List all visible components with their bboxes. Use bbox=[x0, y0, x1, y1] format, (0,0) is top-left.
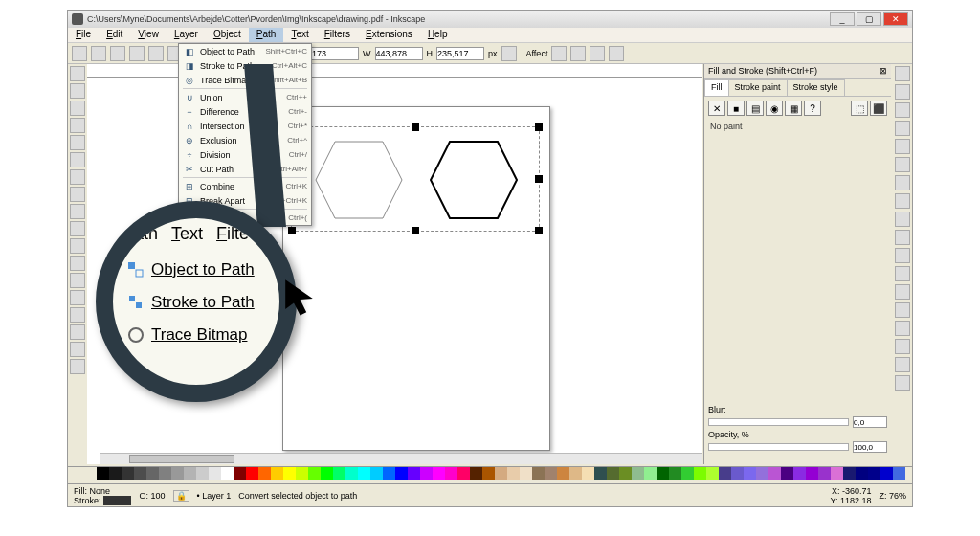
affect-button[interactable] bbox=[590, 46, 605, 61]
toolbar-button[interactable] bbox=[91, 46, 106, 61]
zoom-item-trace-bitmap[interactable]: Trace Bitmap bbox=[126, 325, 247, 345]
color-swatch[interactable] bbox=[569, 467, 582, 480]
color-swatch[interactable] bbox=[345, 467, 358, 480]
color-swatch[interactable] bbox=[159, 467, 171, 480]
cmd-icon[interactable] bbox=[895, 302, 910, 318]
tool-dropper-icon[interactable] bbox=[70, 342, 85, 357]
color-swatch[interactable] bbox=[146, 467, 159, 480]
opacity-slider[interactable] bbox=[708, 443, 849, 451]
w-input[interactable] bbox=[375, 47, 423, 60]
color-swatch[interactable] bbox=[557, 467, 569, 480]
color-swatch[interactable] bbox=[520, 467, 532, 480]
tool-star-icon[interactable] bbox=[70, 169, 85, 185]
color-swatch[interactable] bbox=[880, 467, 893, 480]
menu-file[interactable]: File bbox=[68, 28, 99, 42]
cmd-icon[interactable] bbox=[895, 212, 910, 227]
cmd-icon[interactable] bbox=[895, 339, 910, 354]
color-swatch[interactable] bbox=[221, 467, 234, 480]
hexagon-shape[interactable] bbox=[311, 137, 407, 223]
tab-stroke-style[interactable]: Stroke style bbox=[787, 79, 845, 96]
tool-text-icon[interactable] bbox=[70, 256, 85, 271]
color-swatch[interactable] bbox=[532, 467, 545, 480]
color-swatch[interactable] bbox=[258, 467, 271, 480]
handle-tm[interactable] bbox=[412, 123, 419, 131]
selection-box[interactable] bbox=[291, 126, 540, 232]
color-swatch[interactable] bbox=[694, 467, 706, 480]
status-fill-value[interactable]: None bbox=[90, 486, 111, 496]
color-swatch[interactable] bbox=[395, 467, 408, 480]
handle-br[interactable] bbox=[535, 227, 543, 234]
color-swatch[interactable] bbox=[719, 467, 731, 480]
paint-type-button[interactable]: ✕ bbox=[708, 100, 725, 116]
tool-gradient-icon[interactable] bbox=[70, 324, 85, 340]
color-swatch[interactable] bbox=[607, 467, 619, 480]
menu-edit[interactable]: Edit bbox=[99, 28, 130, 42]
color-swatch[interactable] bbox=[644, 467, 657, 480]
zoom-value[interactable]: 76% bbox=[889, 491, 906, 501]
color-swatch[interactable] bbox=[495, 467, 507, 480]
panel-close-icon[interactable]: ⊠ bbox=[880, 66, 887, 77]
tool-spiral-icon[interactable] bbox=[70, 187, 85, 202]
color-swatch[interactable] bbox=[457, 467, 470, 480]
paint-type-button[interactable]: ⬚ bbox=[851, 100, 868, 116]
tool-zoom-icon[interactable] bbox=[70, 100, 85, 116]
tool-node-icon[interactable] bbox=[70, 83, 85, 99]
color-swatch[interactable] bbox=[321, 467, 333, 480]
minimize-button[interactable]: _ bbox=[830, 12, 855, 26]
color-swatch[interactable] bbox=[234, 467, 246, 480]
color-swatch[interactable] bbox=[209, 467, 221, 480]
blur-slider[interactable] bbox=[708, 418, 849, 426]
color-swatch[interactable] bbox=[482, 467, 495, 480]
handle-tr[interactable] bbox=[535, 123, 543, 131]
tool-connector-icon[interactable] bbox=[70, 359, 85, 374]
hexagon-shape[interactable] bbox=[426, 137, 522, 223]
cmd-icon[interactable] bbox=[895, 175, 910, 190]
color-swatch[interactable] bbox=[122, 467, 134, 480]
color-swatch[interactable] bbox=[843, 467, 856, 480]
color-swatch[interactable] bbox=[545, 467, 557, 480]
zoom-item-stroke-to-path[interactable]: Stroke to Path bbox=[126, 293, 255, 312]
x-input[interactable] bbox=[311, 47, 359, 60]
close-button[interactable]: ✕ bbox=[883, 12, 908, 26]
paint-type-button[interactable]: ▦ bbox=[785, 100, 802, 116]
toolbar-button[interactable] bbox=[110, 46, 125, 61]
paint-type-button[interactable]: ? bbox=[804, 100, 821, 116]
cmd-icon[interactable] bbox=[895, 357, 910, 372]
tool-pencil-icon[interactable] bbox=[70, 204, 85, 219]
color-swatch[interactable] bbox=[358, 467, 370, 480]
color-swatch[interactable] bbox=[383, 467, 395, 480]
cmd-icon[interactable] bbox=[895, 121, 910, 136]
color-swatch[interactable] bbox=[109, 467, 122, 480]
cmd-icon[interactable] bbox=[895, 102, 910, 118]
color-swatch[interactable] bbox=[619, 467, 632, 480]
menu-help[interactable]: Help bbox=[420, 28, 456, 42]
tool-spray-icon[interactable] bbox=[70, 273, 85, 288]
color-swatch[interactable] bbox=[806, 467, 818, 480]
affect-button[interactable] bbox=[551, 46, 567, 61]
cmd-icon[interactable] bbox=[895, 321, 910, 336]
paint-type-button[interactable]: ▤ bbox=[746, 100, 764, 116]
color-swatch[interactable] bbox=[793, 467, 806, 480]
color-swatch[interactable] bbox=[768, 467, 781, 480]
color-swatch[interactable] bbox=[507, 467, 520, 480]
tool-3dbox-icon[interactable] bbox=[70, 135, 85, 150]
cmd-icon[interactable] bbox=[895, 266, 910, 281]
layer-selector[interactable]: • Layer 1 bbox=[197, 491, 232, 501]
tool-eraser-icon[interactable] bbox=[70, 290, 85, 305]
color-swatch[interactable] bbox=[831, 467, 843, 480]
color-swatch[interactable] bbox=[818, 467, 831, 480]
menu-object[interactable]: Object bbox=[206, 28, 249, 42]
color-swatch[interactable] bbox=[669, 467, 681, 480]
color-swatch[interactable] bbox=[333, 467, 345, 480]
menu-extensions[interactable]: Extensions bbox=[358, 28, 420, 42]
color-swatch[interactable] bbox=[582, 467, 594, 480]
color-swatch[interactable] bbox=[445, 467, 457, 480]
affect-button[interactable] bbox=[609, 46, 624, 61]
color-swatch[interactable] bbox=[731, 467, 744, 480]
maximize-button[interactable]: ▢ bbox=[857, 12, 881, 26]
scrollbar-horizontal[interactable] bbox=[100, 453, 702, 464]
color-swatch[interactable] bbox=[171, 467, 184, 480]
color-swatch[interactable] bbox=[744, 467, 756, 480]
color-swatch[interactable] bbox=[756, 467, 768, 480]
color-swatch[interactable] bbox=[594, 467, 607, 480]
